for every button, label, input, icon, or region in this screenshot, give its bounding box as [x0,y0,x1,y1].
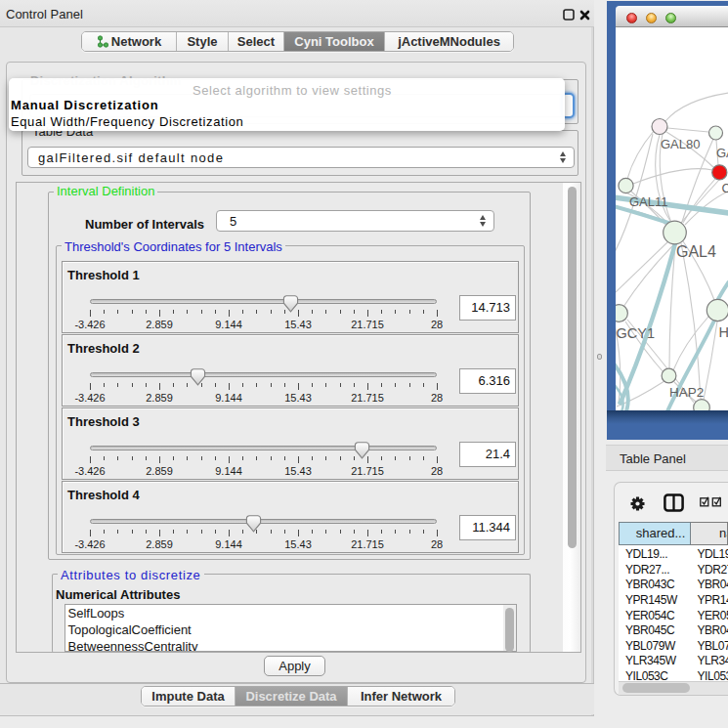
svg-text:GAL: GAL [716,146,728,160]
svg-text:GAL11: GAL11 [629,194,668,209]
svg-text:GAL80: GAL80 [661,137,700,151]
svg-text:HAP2: HAP2 [669,385,704,400]
svg-text:GAL4: GAL4 [676,243,716,260]
svg-text:CY: CY [722,181,728,195]
svg-text:HA: HA [719,324,728,340]
svg-text:GCY1: GCY1 [617,325,656,341]
